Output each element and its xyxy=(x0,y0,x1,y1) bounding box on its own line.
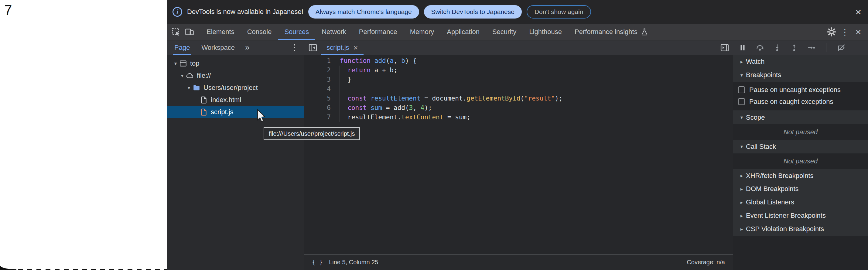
checkbox-row[interactable]: Pause on uncaught exceptions xyxy=(733,84,868,96)
code-area[interactable]: 1function add(a, b) {2 return a + b;3 }4… xyxy=(304,55,733,254)
tab-security[interactable]: Security xyxy=(486,24,523,40)
pretty-print-icon[interactable]: { } xyxy=(312,259,323,266)
tab-lighthouse[interactable]: Lighthouse xyxy=(523,24,568,40)
file-path-tooltip: file:///Users/user/project/script.js xyxy=(264,127,360,140)
chevron-right-icon[interactable]: ▸ xyxy=(737,186,746,192)
collapse-navigator-icon[interactable] xyxy=(304,40,321,55)
chevron-down-icon[interactable]: ▾ xyxy=(737,115,746,120)
tree-item-file-[interactable]: ▾file:// xyxy=(167,69,304,82)
tab-elements[interactable]: Elements xyxy=(200,24,241,40)
open-file-tab[interactable]: script.js × xyxy=(321,40,364,55)
navigator-toolbar: PageWorkspace » ⋮ xyxy=(167,40,304,55)
screenshot-stage: 7 i DevTools is now available in Japanes… xyxy=(0,0,868,270)
bottom-dashed-line xyxy=(0,269,167,270)
code-text: function add(a, b) { xyxy=(340,56,417,66)
checkbox-label: Pause on uncaught exceptions xyxy=(749,86,841,94)
line-number[interactable]: 4 xyxy=(304,84,331,94)
tab-label: Sources xyxy=(284,28,309,36)
kebab-menu-icon[interactable]: ⋮ xyxy=(838,24,851,40)
notification-button-2[interactable]: Don't show again xyxy=(527,5,591,19)
chevron-down-icon[interactable]: ▾ xyxy=(172,60,179,67)
devtools-window: i DevTools is now available in Japanese!… xyxy=(167,0,868,270)
code-line-6: 6 const sum = add(3, 4); xyxy=(304,103,733,113)
cursor-position-label: Line 5, Column 25 xyxy=(329,259,378,266)
settings-gear-icon[interactable] xyxy=(825,24,838,40)
tab-sources[interactable]: Sources xyxy=(278,24,315,40)
tab-console[interactable]: Console xyxy=(241,24,278,40)
chevron-right-icon[interactable]: ▸ xyxy=(737,213,746,219)
tab-performance-insights[interactable]: Performance insights xyxy=(568,24,655,40)
not-paused-status: Not paused xyxy=(733,124,868,140)
tab-network[interactable]: Network xyxy=(315,24,352,40)
notification-close-icon[interactable]: × xyxy=(855,7,861,17)
cloud-icon xyxy=(186,72,197,80)
chevron-right-icon[interactable]: ▸ xyxy=(737,173,746,179)
tab-label: Application xyxy=(447,28,479,36)
debugger-divider xyxy=(826,43,827,52)
section-label: Scope xyxy=(746,114,765,121)
sidebar-section-dom-breakpoints[interactable]: ▸DOM Breakpoints xyxy=(733,182,868,196)
navigator-menu-icon[interactable]: ⋮ xyxy=(290,40,304,55)
sidebar-section-call-stack[interactable]: ▾Call Stack xyxy=(733,140,868,153)
sidebar-section-watch[interactable]: ▸Watch xyxy=(733,55,868,68)
panel-tabs: ElementsConsoleSourcesNetworkPerformance… xyxy=(200,24,655,40)
step-out-icon[interactable] xyxy=(790,44,798,52)
checkbox-unchecked[interactable] xyxy=(738,86,745,93)
open-file-tab-label: script.js xyxy=(327,44,349,52)
editor-tab-strip: script.js × xyxy=(304,40,733,55)
chevron-down-icon[interactable]: ▾ xyxy=(737,72,746,78)
tree-item-label: script.js xyxy=(211,108,234,116)
notification-button-1[interactable]: Switch DevTools to Japanese xyxy=(424,5,522,19)
line-number[interactable]: 5 xyxy=(304,94,331,103)
collapse-debugger-icon[interactable] xyxy=(716,40,733,55)
chevron-right-icon[interactable]: ▸ xyxy=(737,200,746,205)
line-number[interactable]: 6 xyxy=(304,103,331,113)
folder-icon xyxy=(192,84,204,92)
sidebar-section-scope[interactable]: ▾Scope xyxy=(733,111,868,124)
toolbar-divider xyxy=(823,27,823,36)
notification-button-0[interactable]: Always match Chrome's language xyxy=(308,5,419,19)
chevron-down-icon[interactable]: ▾ xyxy=(185,85,192,91)
chevron-down-icon[interactable]: ▾ xyxy=(737,144,746,149)
tab-application[interactable]: Application xyxy=(440,24,486,40)
sidebar-section-xhr-fetch-breakpoints[interactable]: ▸XHR/fetch Breakpoints xyxy=(733,169,868,182)
line-number[interactable]: 3 xyxy=(304,75,331,84)
tree-item-index-html[interactable]: index.html xyxy=(167,94,304,106)
step-over-icon[interactable] xyxy=(756,43,764,52)
more-tabs-icon[interactable]: » xyxy=(245,40,250,55)
navigator-tab-page[interactable]: Page xyxy=(173,40,191,55)
chevron-down-icon[interactable]: ▾ xyxy=(179,72,186,79)
coverage-label: Coverage: n/a xyxy=(687,259,725,266)
inspect-element-icon[interactable] xyxy=(169,24,183,40)
sidebar-section-csp-violation-breakpoints[interactable]: ▸CSP Violation Breakpoints xyxy=(733,222,868,236)
tree-item-Users-user-project[interactable]: ▾Users/user/project xyxy=(167,82,304,94)
line-number[interactable]: 2 xyxy=(304,66,331,75)
chevron-right-icon[interactable]: ▸ xyxy=(737,59,746,65)
section-label: Event Listener Breakpoints xyxy=(746,212,826,219)
pause-script-icon[interactable] xyxy=(739,44,746,52)
debugger-controls xyxy=(733,40,868,55)
deactivate-breakpoints-icon[interactable] xyxy=(837,43,846,52)
tree-item-script-js[interactable]: script.js xyxy=(167,106,304,118)
tree-item-top[interactable]: ▾top xyxy=(167,57,304,69)
sidebar-section-event-listener-breakpoints[interactable]: ▸Event Listener Breakpoints xyxy=(733,209,868,222)
close-tab-icon[interactable]: × xyxy=(353,44,358,52)
checkbox-row[interactable]: Pause on caught exceptions xyxy=(733,96,868,108)
section-label: CSP Violation Breakpoints xyxy=(746,225,824,233)
step-into-icon[interactable] xyxy=(773,44,781,52)
close-devtools-icon[interactable]: × xyxy=(851,24,865,40)
navigator-tab-workspace[interactable]: Workspace xyxy=(200,40,236,55)
chevron-right-icon[interactable]: ▸ xyxy=(737,226,746,232)
checkbox-unchecked[interactable] xyxy=(738,98,745,105)
sidebar-section-breakpoints[interactable]: ▾Breakpoints xyxy=(733,68,868,82)
tab-memory[interactable]: Memory xyxy=(404,24,440,40)
line-number[interactable]: 7 xyxy=(304,113,331,122)
notification-message: DevTools is now available in Japanese! xyxy=(187,8,303,16)
tab-performance[interactable]: Performance xyxy=(352,24,404,40)
sidebar-section-global-listeners[interactable]: ▸Global Listeners xyxy=(733,196,868,209)
step-icon[interactable] xyxy=(807,44,815,52)
line-number[interactable]: 1 xyxy=(304,56,331,66)
code-editor: 1function add(a, b) {2 return a + b;3 }4… xyxy=(304,55,733,270)
mouse-cursor xyxy=(257,109,266,123)
device-toolbar-icon[interactable] xyxy=(183,24,196,40)
